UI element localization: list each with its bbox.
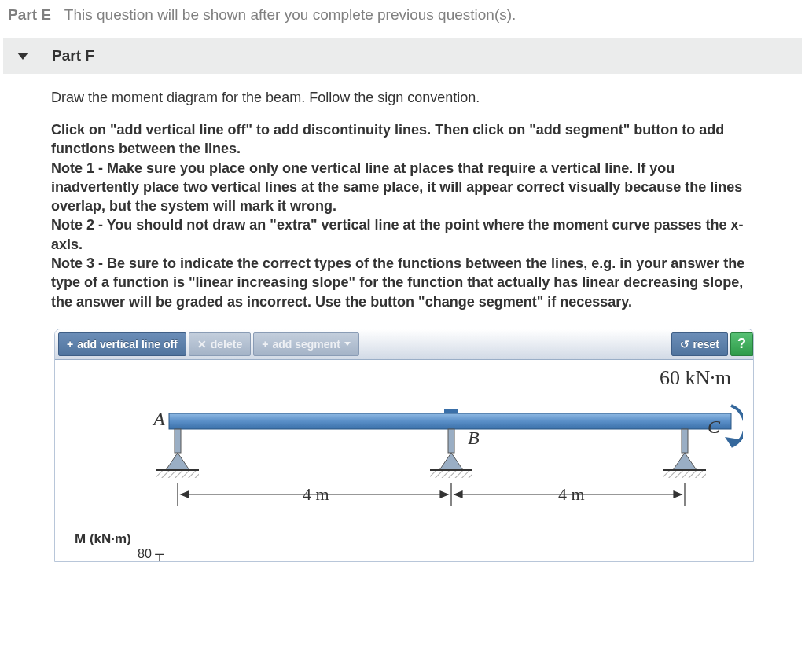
svg-marker-8 xyxy=(439,453,463,470)
question-instructions: Click on "add vertical line off" to add … xyxy=(51,120,754,311)
delete-button[interactable]: ✕ delete xyxy=(189,332,251,356)
svg-rect-9 xyxy=(430,470,472,478)
svg-rect-5 xyxy=(156,470,199,478)
svg-marker-24 xyxy=(674,491,682,498)
span1-label: 4 m xyxy=(303,484,329,504)
y-axis-label: M (kN·m) xyxy=(75,531,742,547)
help-button[interactable]: ? xyxy=(730,332,753,356)
svg-marker-4 xyxy=(166,453,189,470)
svg-marker-20 xyxy=(181,491,189,498)
point-A-label: A xyxy=(152,409,165,429)
part-e-row: Part E This question will be shown after… xyxy=(0,0,805,38)
svg-rect-11 xyxy=(682,429,688,453)
plus-icon: + xyxy=(67,338,73,351)
x-icon: ✕ xyxy=(197,338,207,351)
svg-marker-23 xyxy=(454,491,462,498)
support-B xyxy=(430,429,472,478)
span2-label: 4 m xyxy=(558,484,585,504)
question-prompt: Draw the moment diagram for the beam. Fo… xyxy=(51,90,754,106)
delete-label: delete xyxy=(211,338,242,351)
dimension-lines xyxy=(178,483,685,506)
part-e-label: Part E xyxy=(8,6,51,23)
part-f-label: Part F xyxy=(52,47,94,64)
part-f-content: Draw the moment diagram for the beam. Fo… xyxy=(0,74,805,562)
svg-rect-3 xyxy=(175,429,181,453)
reset-label: reset xyxy=(693,338,719,351)
reset-icon: ↺ xyxy=(680,338,689,351)
svg-rect-7 xyxy=(448,429,454,453)
support-A xyxy=(156,429,199,478)
part-e-message: This question will be shown after you co… xyxy=(64,6,516,23)
svg-rect-13 xyxy=(663,470,706,478)
svg-marker-21 xyxy=(440,491,448,498)
moment-load-label: 60 kN·m xyxy=(660,366,731,390)
support-C xyxy=(663,429,706,478)
drawing-widget: + add vertical line off ✕ delete + add s… xyxy=(54,329,754,562)
y-tick-80: 80 ┬ xyxy=(138,547,742,561)
svg-rect-1 xyxy=(169,413,731,429)
point-B-label: B xyxy=(468,428,480,448)
add-vertical-line-button[interactable]: + add vertical line off xyxy=(58,332,186,356)
collapse-triangle-icon xyxy=(17,53,28,60)
reset-button[interactable]: ↺ reset xyxy=(671,332,728,356)
add-segment-button[interactable]: + add segment xyxy=(253,332,359,356)
plus-icon: + xyxy=(262,338,268,351)
chevron-down-icon xyxy=(344,342,351,346)
drawing-canvas[interactable]: 60 kN·m xyxy=(55,360,753,561)
toolbar: + add vertical line off ✕ delete + add s… xyxy=(55,329,753,360)
svg-rect-2 xyxy=(444,409,458,413)
add-segment-label: add segment xyxy=(272,338,340,351)
add-vertical-line-label: add vertical line off xyxy=(77,338,178,351)
help-label: ? xyxy=(737,336,746,352)
beam-diagram: A B C 4 m xyxy=(75,398,743,523)
svg-marker-12 xyxy=(673,453,697,470)
point-C-label: C xyxy=(708,417,721,437)
part-f-header[interactable]: Part F xyxy=(3,38,802,74)
